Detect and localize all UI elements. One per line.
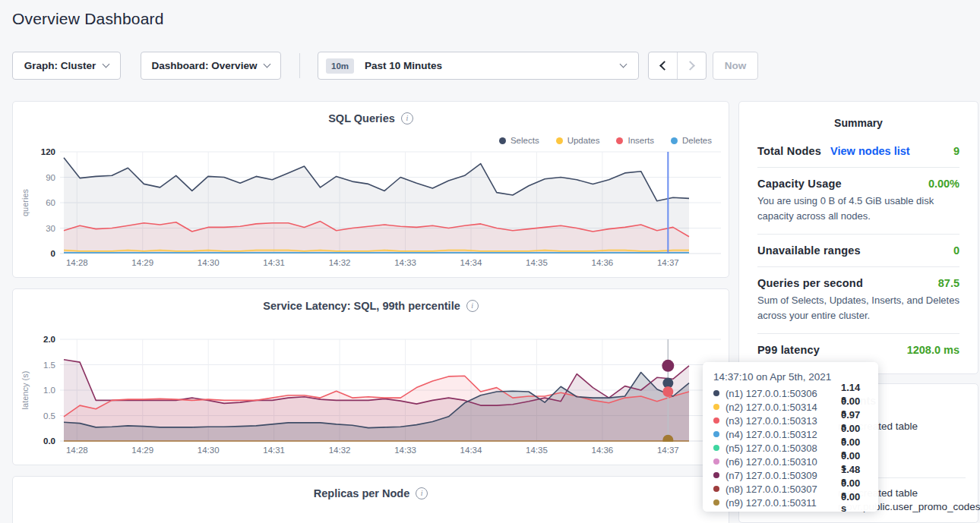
summary-row: P99 latency1208.0 ms (757, 334, 959, 366)
chevron-left-icon (659, 61, 669, 71)
summary-value: 1208.0 ms (907, 344, 959, 356)
node-color-dot-icon (713, 458, 719, 465)
chevron-down-icon (264, 61, 271, 68)
chevron-right-icon (685, 61, 695, 71)
svg-text:0.5: 0.5 (43, 411, 55, 421)
svg-text:14:33: 14:33 (394, 258, 416, 267)
sql-queries-chart[interactable]: 030609012014:2814:2914:3014:3114:3214:33… (13, 102, 730, 279)
graph-dropdown[interactable]: Graph: Cluster (12, 52, 121, 80)
svg-text:2.0: 2.0 (43, 335, 55, 344)
chart-title: Replicas per Node (314, 487, 410, 499)
tooltip-node-label: (n7) 127.0.0.1:50309 (726, 470, 841, 481)
toolbar-divider (299, 53, 300, 78)
service-latency-chart[interactable]: 0.00.51.01.52.014:2814:2914:3014:3114:32… (13, 289, 730, 466)
svg-text:latency (s): latency (s) (21, 371, 30, 410)
svg-text:14:36: 14:36 (591, 446, 613, 455)
info-icon[interactable]: i (416, 487, 428, 499)
tooltip-node-label: (n4) 127.0.0.1:50312 (726, 429, 841, 440)
svg-text:14:29: 14:29 (131, 446, 153, 455)
summary-label: Capacity Usage (757, 178, 842, 190)
sql-queries-panel: SQL Queries i SelectsUpdatesInsertsDelet… (12, 101, 729, 278)
svg-text:14:37: 14:37 (657, 258, 679, 267)
svg-text:120: 120 (41, 147, 55, 156)
time-range-label: Past 10 Minutes (365, 60, 442, 71)
summary-label: P99 latency (757, 344, 820, 356)
tooltip-node-value: 0.00 s (841, 491, 868, 514)
summary-row: Capacity Usage0.00%You are using 0 B of … (757, 168, 959, 235)
dashboard-dropdown-label: Dashboard: Overview (152, 60, 258, 71)
svg-text:14:32: 14:32 (329, 446, 351, 455)
dashboard-dropdown[interactable]: Dashboard: Overview (141, 52, 281, 80)
tooltip-rows: (n1) 127.0.0.1:503061.14 s(n2) 127.0.0.1… (713, 386, 868, 509)
node-color-dot-icon (713, 390, 719, 396)
chevron-down-icon (103, 61, 110, 68)
svg-text:14:36: 14:36 (591, 258, 613, 267)
svg-text:60: 60 (46, 198, 55, 207)
svg-text:14:29: 14:29 (131, 258, 153, 267)
svg-text:14:31: 14:31 (263, 258, 285, 267)
svg-text:14:35: 14:35 (526, 446, 548, 455)
tooltip-node-label: (n6) 127.0.0.1:50310 (726, 456, 841, 468)
svg-text:1.5: 1.5 (43, 361, 55, 370)
node-color-dot-icon (713, 445, 719, 451)
summary-row: Unavailable ranges0 (757, 235, 959, 267)
node-color-dot-icon (713, 499, 719, 506)
tooltip-node-label: (n9) 127.0.0.1:50311 (726, 497, 841, 509)
now-button[interactable]: Now (713, 52, 758, 80)
summary-label: Total Nodes (757, 145, 821, 157)
svg-text:14:34: 14:34 (460, 258, 482, 267)
svg-text:14:34: 14:34 (460, 446, 482, 455)
summary-title: Summary (739, 102, 978, 135)
summary-label: Queries per second (757, 277, 863, 289)
svg-text:14:28: 14:28 (66, 258, 88, 267)
view-nodes-list-link[interactable]: View nodes list (830, 145, 910, 157)
replicas-per-node-panel: Replicas per Node i (12, 476, 729, 523)
svg-text:1.0: 1.0 (43, 386, 55, 395)
node-color-dot-icon (713, 404, 719, 410)
now-button-label: Now (725, 60, 747, 71)
time-step-buttons (648, 52, 707, 80)
tooltip-timestamp: 14:37:10 on Apr 5th, 2021 (713, 371, 868, 383)
time-prev-button[interactable] (649, 52, 678, 79)
summary-row: Queries per second87.5Sum of Selects, Up… (757, 267, 959, 334)
page-title: Overview Dashboard (12, 10, 164, 28)
summary-panel: Summary Total NodesView nodes list9Capac… (738, 101, 978, 374)
summary-value: 0 (953, 244, 959, 257)
svg-text:14:32: 14:32 (329, 258, 351, 267)
svg-text:0.0: 0.0 (43, 436, 55, 446)
tooltip-node-label: (n2) 127.0.0.1:50314 (726, 402, 841, 413)
summary-description: You are using 0 B of 4.5 GiB usable disk… (757, 194, 959, 224)
svg-text:14:33: 14:33 (394, 446, 416, 455)
svg-text:30: 30 (46, 224, 55, 233)
time-next-button[interactable] (678, 52, 707, 79)
time-range-dropdown[interactable]: 10m Past 10 Minutes (318, 52, 639, 80)
overview-dashboard-page: Overview Dashboard Graph: Cluster Dashbo… (0, 0, 980, 523)
node-color-dot-icon (713, 431, 719, 437)
summary-label: Unavailable ranges (757, 244, 861, 257)
chart-tooltip: 14:37:10 on Apr 5th, 2021 (n1) 127.0.0.1… (703, 362, 878, 512)
summary-rows: Total NodesView nodes list9Capacity Usag… (739, 135, 978, 366)
tooltip-node-label: (n1) 127.0.0.1:50306 (726, 388, 841, 399)
svg-text:14:31: 14:31 (263, 446, 285, 455)
svg-text:14:30: 14:30 (198, 258, 220, 267)
svg-text:14:35: 14:35 (526, 258, 548, 267)
svg-text:0: 0 (51, 249, 55, 258)
tooltip-node-label: (n5) 127.0.0.1:50308 (726, 443, 841, 454)
tooltip-row: (n9) 127.0.0.1:503110.00 s (713, 496, 868, 509)
node-color-dot-icon (713, 472, 719, 478)
graph-dropdown-label: Graph: Cluster (24, 60, 96, 71)
chevron-down-icon (620, 61, 628, 68)
svg-text:14:37: 14:37 (657, 446, 679, 455)
service-latency-panel: Service Latency: SQL, 99th percentile i … (12, 288, 729, 465)
svg-text:14:30: 14:30 (198, 446, 220, 455)
svg-text:90: 90 (46, 173, 55, 182)
tooltip-node-label: (n8) 127.0.0.1:50307 (726, 484, 841, 495)
time-range-badge: 10m (326, 58, 354, 74)
node-color-dot-icon (713, 486, 719, 492)
summary-value: 87.5 (938, 277, 959, 289)
summary-row: Total NodesView nodes list9 (757, 135, 959, 168)
summary-value: 0.00% (928, 178, 959, 190)
summary-value: 9 (953, 145, 959, 157)
node-color-dot-icon (713, 417, 719, 424)
svg-text:14:28: 14:28 (66, 446, 88, 455)
